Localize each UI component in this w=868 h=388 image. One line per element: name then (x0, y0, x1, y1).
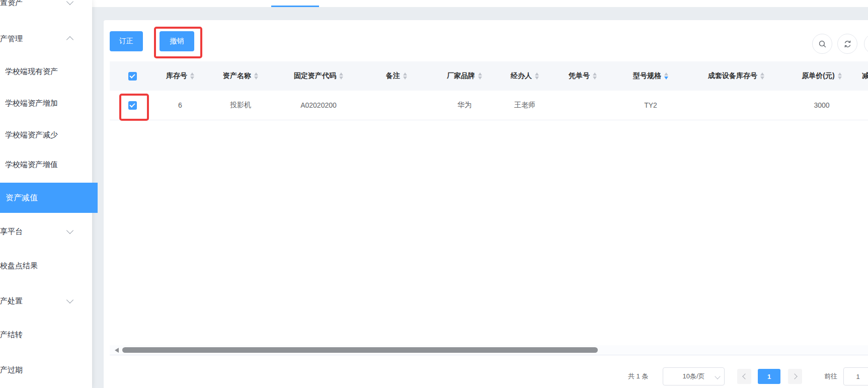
chevron-down-icon (66, 0, 73, 5)
column-header-remark[interactable]: 备注 (361, 61, 432, 91)
sort-icon[interactable] (760, 72, 764, 80)
column-header-handler[interactable]: 经办人 (497, 61, 553, 91)
previous-page-button[interactable] (737, 369, 751, 384)
cell-fixed-asset-code: A02020200 (276, 91, 361, 120)
next-page-button[interactable] (788, 369, 802, 384)
cell-asset-name: 投影机 (205, 91, 276, 120)
sidebar-item-label: 学校端现有资产 (5, 67, 58, 76)
sidebar-item-inventory-check-result[interactable]: 校盘点结果 (0, 256, 92, 276)
sort-icon[interactable] (403, 72, 407, 80)
correct-button[interactable]: 订正 (110, 31, 143, 51)
sidebar-item-label: 产过期 (0, 365, 23, 375)
revoke-button[interactable]: 撤销 (160, 31, 194, 51)
sidebar-item-label: 学校端资产增加 (5, 99, 58, 108)
column-header-fixed-asset-code[interactable]: 固定资产代码 (276, 61, 361, 91)
sidebar-item-label: 产处置 (0, 296, 23, 306)
sidebar-item-asset-disposal[interactable]: 产处置 (0, 291, 92, 311)
sidebar-item-school-asset-decrease[interactable]: 学校端资产减少 (0, 125, 97, 145)
sidebar-item-label: 置资产 (0, 0, 23, 8)
sort-icon[interactable] (190, 72, 194, 80)
active-tab-indicator (271, 6, 319, 7)
column-header-truncated[interactable]: 减 (859, 61, 868, 91)
goto-page-input[interactable] (843, 367, 868, 385)
sidebar-item-asset-impairment-selected[interactable]: 资产减值 (0, 183, 98, 213)
chevron-left-icon (742, 373, 748, 379)
sort-icon[interactable] (478, 72, 482, 80)
sidebar-item-asset-management[interactable]: 产管理 (0, 29, 92, 49)
refresh-button[interactable] (837, 34, 857, 54)
sidebar-item-label: 学校端资产减少 (5, 130, 58, 140)
column-header-model-spec[interactable]: 型号规格 (613, 61, 688, 91)
column-header-asset-name[interactable]: 资产名称 (205, 61, 276, 91)
select-all-checkbox-checked[interactable] (128, 72, 137, 81)
sort-icon[interactable] (254, 72, 258, 80)
sidebar-item-school-existing-assets[interactable]: 学校端现有资产 (0, 61, 97, 82)
column-header-inventory-no[interactable]: 库存号 (155, 61, 205, 91)
cell-model-spec: TY2 (613, 91, 688, 120)
page-number-current[interactable]: 1 (758, 369, 780, 384)
cell-remark (361, 91, 432, 120)
chevron-up-icon (66, 36, 73, 43)
top-tab-bar (0, 0, 868, 7)
sort-icon[interactable] (535, 72, 539, 80)
sidebar-item-school-asset-appreciation[interactable]: 学校端资产增值 (0, 154, 97, 175)
sort-icon[interactable] (838, 72, 842, 80)
sidebar-item-label: 资产减值 (6, 193, 38, 203)
sort-icon[interactable] (593, 72, 597, 80)
horizontal-scrollbar-track[interactable] (110, 345, 868, 355)
column-header-voucher-no[interactable]: 凭单号 (553, 61, 613, 91)
horizontal-scrollbar-thumb[interactable] (122, 347, 598, 353)
app-screen: 置资产 产管理 学校端现有资产 学校端资产增加 学校端资产减少 学校端资产增值 … (0, 0, 868, 388)
cell-handler: 王老师 (497, 91, 553, 120)
row-select-cell (110, 91, 155, 120)
content-panel: 订正 撤销 库存号 (104, 20, 868, 388)
sidebar-item-label: 享平台 (0, 227, 23, 237)
column-header-brand[interactable]: 厂家品牌 (432, 61, 497, 91)
row-checkbox-checked[interactable] (128, 101, 137, 110)
sidebar-item-label: 学校端资产增值 (5, 160, 58, 170)
scroll-left-arrow-icon[interactable] (115, 348, 119, 353)
sort-icon-descending-active[interactable] (664, 72, 668, 80)
sidebar-item-sharing-platform[interactable]: 享平台 (0, 221, 92, 242)
sidebar-item-asset-carryover[interactable]: 产结转 (0, 325, 92, 345)
cell-set-inventory-no (688, 91, 784, 120)
column-header-set-inventory-no[interactable]: 成套设备库存号 (688, 61, 784, 91)
column-header-original-price[interactable]: 原单价(元) (784, 61, 859, 91)
select-all-cell (110, 61, 155, 91)
cell-original-price: 3000 (784, 91, 859, 120)
search-button[interactable] (812, 34, 832, 54)
table-header-row: 库存号 资产名称 固定资产代码 备注 厂家品牌 经办人 (110, 61, 868, 91)
cell-voucher-no (553, 91, 613, 120)
cell-truncated (859, 91, 868, 120)
sidebar-item-purchased-assets[interactable]: 置资产 (0, 0, 92, 13)
page-size-select[interactable]: 10条/页 (663, 367, 725, 385)
pagination-total: 共 1 条 (628, 367, 648, 385)
search-icon (818, 40, 827, 48)
sidebar-item-school-asset-add[interactable]: 学校端资产增加 (0, 93, 97, 113)
sidebar: 置资产 产管理 学校端现有资产 学校端资产增加 学校端资产减少 学校端资产增值 … (0, 0, 92, 388)
sidebar-item-label: 产管理 (0, 34, 23, 44)
chevron-right-icon (792, 373, 797, 379)
table-row[interactable]: 6 投影机 A02020200 华为 王老师 TY2 3000 (110, 91, 868, 120)
sidebar-item-asset-expired[interactable]: 产过期 (0, 360, 92, 380)
sort-icon[interactable] (339, 72, 343, 80)
chevron-down-icon (66, 227, 73, 234)
sidebar-item-label: 产结转 (0, 330, 23, 340)
cell-brand: 华为 (432, 91, 497, 120)
goto-page-label: 前往 (824, 367, 837, 385)
refresh-icon (843, 40, 852, 48)
cell-inventory-no: 6 (155, 91, 205, 120)
chevron-down-icon (715, 373, 720, 379)
chevron-down-icon (66, 296, 73, 303)
sidebar-item-label: 校盘点结果 (0, 261, 38, 271)
third-icon-button[interactable] (864, 34, 868, 54)
